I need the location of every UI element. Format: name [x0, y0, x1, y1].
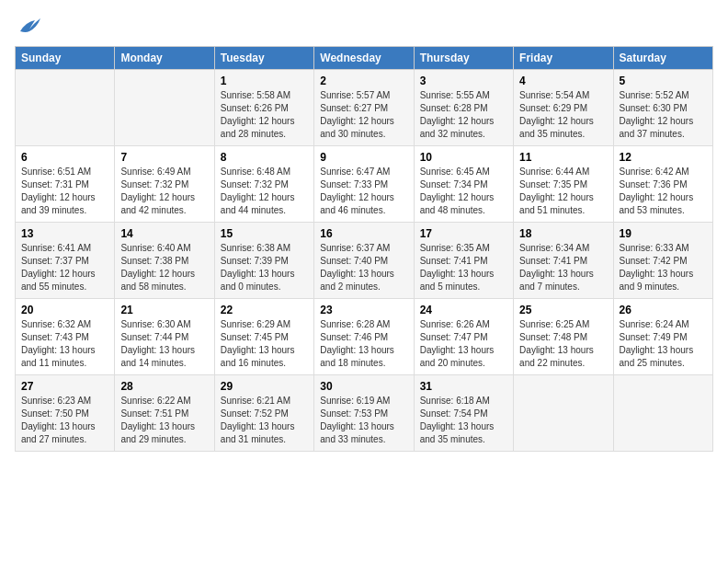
day-number: 19 [620, 227, 707, 240]
calendar-cell: 23Sunrise: 6:28 AM Sunset: 7:46 PM Dayli… [314, 299, 414, 375]
day-number: 30 [320, 380, 407, 393]
day-number: 28 [120, 380, 208, 393]
calendar-cell: 19Sunrise: 6:33 AM Sunset: 7:42 PM Dayli… [613, 223, 712, 299]
day-number: 3 [420, 75, 507, 87]
day-number: 9 [320, 151, 407, 164]
calendar-cell [115, 70, 214, 146]
calendar-cell [613, 375, 712, 452]
calendar-cell: 29Sunrise: 6:21 AM Sunset: 7:52 PM Dayli… [214, 375, 313, 452]
day-number: 27 [21, 380, 108, 393]
day-info: Sunrise: 6:22 AM Sunset: 7:51 PM Dayligh… [120, 395, 208, 446]
day-info: Sunrise: 6:21 AM Sunset: 7:52 PM Dayligh… [221, 395, 308, 446]
day-header-sunday: Sunday [16, 47, 115, 70]
day-number: 10 [420, 151, 507, 164]
day-number: 7 [120, 151, 208, 164]
day-number: 4 [519, 75, 607, 87]
calendar-cell: 12Sunrise: 6:42 AM Sunset: 7:36 PM Dayli… [613, 146, 712, 223]
calendar-table: SundayMondayTuesdayWednesdayThursdayFrid… [15, 46, 713, 452]
day-number: 6 [21, 151, 108, 164]
day-info: Sunrise: 6:28 AM Sunset: 7:46 PM Dayligh… [320, 318, 407, 370]
day-info: Sunrise: 6:24 AM Sunset: 7:49 PM Dayligh… [620, 318, 707, 370]
calendar-cell: 24Sunrise: 6:26 AM Sunset: 7:47 PM Dayli… [414, 299, 513, 375]
calendar-cell: 4Sunrise: 5:54 AM Sunset: 6:29 PM Daylig… [514, 70, 613, 146]
day-number: 25 [519, 304, 607, 316]
day-info: Sunrise: 6:40 AM Sunset: 7:38 PM Dayligh… [120, 242, 208, 293]
calendar-cell: 25Sunrise: 6:25 AM Sunset: 7:48 PM Dayli… [514, 299, 613, 375]
day-number: 21 [120, 304, 208, 316]
calendar-body: 1Sunrise: 5:58 AM Sunset: 6:26 PM Daylig… [16, 70, 713, 452]
calendar-week-row: 13Sunrise: 6:41 AM Sunset: 7:37 PM Dayli… [16, 223, 713, 299]
day-info: Sunrise: 6:29 AM Sunset: 7:45 PM Dayligh… [221, 318, 308, 370]
calendar-cell: 3Sunrise: 5:55 AM Sunset: 6:28 PM Daylig… [414, 70, 513, 146]
day-info: Sunrise: 5:54 AM Sunset: 6:29 PM Dayligh… [519, 89, 607, 141]
calendar-cell: 10Sunrise: 6:45 AM Sunset: 7:34 PM Dayli… [414, 146, 513, 223]
day-info: Sunrise: 6:41 AM Sunset: 7:37 PM Dayligh… [21, 242, 108, 293]
day-info: Sunrise: 6:18 AM Sunset: 7:54 PM Dayligh… [420, 395, 507, 446]
day-info: Sunrise: 6:42 AM Sunset: 7:36 PM Dayligh… [620, 166, 707, 217]
day-number: 17 [420, 227, 507, 240]
day-number: 5 [620, 75, 707, 87]
calendar-cell: 13Sunrise: 6:41 AM Sunset: 7:37 PM Dayli… [16, 223, 115, 299]
day-info: Sunrise: 5:52 AM Sunset: 6:30 PM Dayligh… [620, 89, 707, 141]
day-info: Sunrise: 6:38 AM Sunset: 7:39 PM Dayligh… [221, 242, 308, 293]
day-info: Sunrise: 6:37 AM Sunset: 7:40 PM Dayligh… [320, 242, 407, 293]
day-header-monday: Monday [115, 47, 214, 70]
calendar-cell: 6Sunrise: 6:51 AM Sunset: 7:31 PM Daylig… [16, 146, 115, 223]
day-info: Sunrise: 6:34 AM Sunset: 7:41 PM Dayligh… [519, 242, 607, 293]
day-number: 1 [221, 75, 308, 87]
day-info: Sunrise: 6:44 AM Sunset: 7:35 PM Dayligh… [519, 166, 607, 217]
calendar-cell: 20Sunrise: 6:32 AM Sunset: 7:43 PM Dayli… [16, 299, 115, 375]
calendar-cell: 28Sunrise: 6:22 AM Sunset: 7:51 PM Dayli… [115, 375, 214, 452]
calendar-cell: 27Sunrise: 6:23 AM Sunset: 7:50 PM Dayli… [16, 375, 115, 452]
page-header [15, 15, 713, 35]
day-header-tuesday: Tuesday [214, 47, 313, 70]
calendar-cell: 7Sunrise: 6:49 AM Sunset: 7:32 PM Daylig… [115, 146, 214, 223]
day-number: 2 [320, 75, 407, 87]
calendar-cell: 31Sunrise: 6:18 AM Sunset: 7:54 PM Dayli… [414, 375, 513, 452]
calendar-cell: 9Sunrise: 6:47 AM Sunset: 7:33 PM Daylig… [314, 146, 414, 223]
calendar-header-row: SundayMondayTuesdayWednesdayThursdayFrid… [16, 47, 713, 70]
day-header-friday: Friday [514, 47, 613, 70]
calendar-cell: 18Sunrise: 6:34 AM Sunset: 7:41 PM Dayli… [514, 223, 613, 299]
calendar-week-row: 20Sunrise: 6:32 AM Sunset: 7:43 PM Dayli… [16, 299, 713, 375]
day-info: Sunrise: 6:30 AM Sunset: 7:44 PM Dayligh… [120, 318, 208, 370]
day-number: 20 [21, 304, 108, 316]
day-info: Sunrise: 6:33 AM Sunset: 7:42 PM Dayligh… [620, 242, 707, 293]
day-info: Sunrise: 6:48 AM Sunset: 7:32 PM Dayligh… [221, 166, 308, 217]
calendar-cell [16, 70, 115, 146]
day-number: 23 [320, 304, 407, 316]
day-number: 29 [221, 380, 308, 393]
day-info: Sunrise: 6:49 AM Sunset: 7:32 PM Dayligh… [120, 166, 208, 217]
calendar-cell: 11Sunrise: 6:44 AM Sunset: 7:35 PM Dayli… [514, 146, 613, 223]
day-number: 8 [221, 151, 308, 164]
day-info: Sunrise: 5:57 AM Sunset: 6:27 PM Dayligh… [320, 89, 407, 141]
day-number: 12 [620, 151, 707, 164]
day-number: 15 [221, 227, 308, 240]
logo [15, 15, 42, 35]
day-number: 14 [120, 227, 208, 240]
day-info: Sunrise: 6:45 AM Sunset: 7:34 PM Dayligh… [420, 166, 507, 217]
day-info: Sunrise: 6:25 AM Sunset: 7:48 PM Dayligh… [519, 318, 607, 370]
day-number: 22 [221, 304, 308, 316]
calendar-cell: 15Sunrise: 6:38 AM Sunset: 7:39 PM Dayli… [214, 223, 313, 299]
day-header-saturday: Saturday [613, 47, 712, 70]
day-number: 26 [620, 304, 707, 316]
calendar-cell: 22Sunrise: 6:29 AM Sunset: 7:45 PM Dayli… [214, 299, 313, 375]
calendar-cell: 16Sunrise: 6:37 AM Sunset: 7:40 PM Dayli… [314, 223, 414, 299]
calendar-cell: 26Sunrise: 6:24 AM Sunset: 7:49 PM Dayli… [613, 299, 712, 375]
calendar-cell: 2Sunrise: 5:57 AM Sunset: 6:27 PM Daylig… [314, 70, 414, 146]
day-info: Sunrise: 6:23 AM Sunset: 7:50 PM Dayligh… [21, 395, 108, 446]
day-number: 18 [519, 227, 607, 240]
day-info: Sunrise: 6:47 AM Sunset: 7:33 PM Dayligh… [320, 166, 407, 217]
calendar-cell: 14Sunrise: 6:40 AM Sunset: 7:38 PM Dayli… [115, 223, 214, 299]
calendar-cell: 8Sunrise: 6:48 AM Sunset: 7:32 PM Daylig… [214, 146, 313, 223]
day-header-thursday: Thursday [414, 47, 513, 70]
day-number: 13 [21, 227, 108, 240]
day-number: 16 [320, 227, 407, 240]
calendar-cell: 1Sunrise: 5:58 AM Sunset: 6:26 PM Daylig… [214, 70, 313, 146]
day-info: Sunrise: 6:35 AM Sunset: 7:41 PM Dayligh… [420, 242, 507, 293]
day-info: Sunrise: 6:32 AM Sunset: 7:43 PM Dayligh… [21, 318, 108, 370]
day-info: Sunrise: 5:58 AM Sunset: 6:26 PM Dayligh… [221, 89, 308, 141]
calendar-week-row: 27Sunrise: 6:23 AM Sunset: 7:50 PM Dayli… [16, 375, 713, 452]
day-info: Sunrise: 6:19 AM Sunset: 7:53 PM Dayligh… [320, 395, 407, 446]
